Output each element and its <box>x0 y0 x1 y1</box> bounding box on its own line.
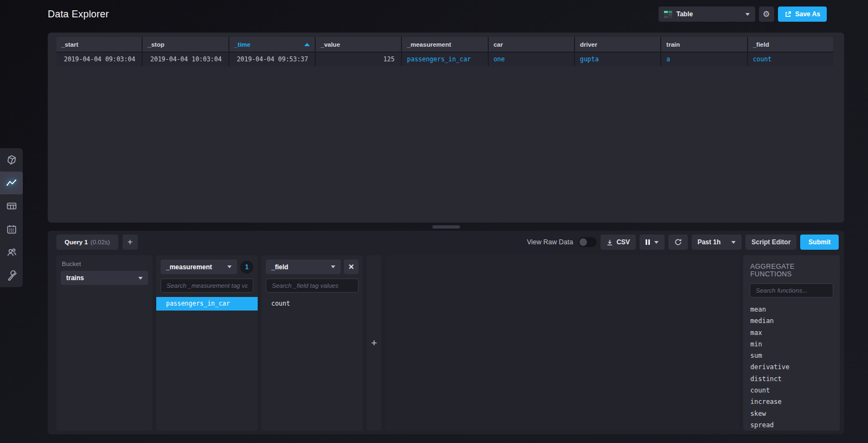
results-table: _start_stop_time_value_measurementcardri… <box>56 37 833 66</box>
function-list-item[interactable]: derivative <box>750 362 833 373</box>
aggregate-functions-title: AGGREGATE FUNCTIONS <box>750 263 833 278</box>
query-tab-duration: (0.02s) <box>91 239 110 245</box>
function-list-item[interactable]: min <box>750 339 833 350</box>
add-tag-card-button[interactable]: + <box>367 255 381 431</box>
sidebar-item-configuration[interactable] <box>0 264 23 287</box>
add-query-button[interactable]: + <box>123 235 138 250</box>
influxdb-cube-icon <box>6 154 17 166</box>
visualization-type-value: Table <box>676 10 693 18</box>
column-header-stop[interactable]: _stop <box>143 37 228 52</box>
sidebar-item-influxdb-logo[interactable] <box>0 148 23 172</box>
query-controls: View Raw Data CSV Past 1h <box>527 235 839 250</box>
function-list-item[interactable]: increase <box>750 396 833 408</box>
download-icon <box>607 239 613 246</box>
function-list-item[interactable]: skew <box>750 408 833 420</box>
sidebar-item-tasks[interactable] <box>0 218 23 241</box>
tag-value-item[interactable]: count <box>261 297 363 311</box>
people-icon <box>6 246 17 258</box>
nav-sidebar <box>0 148 23 287</box>
column-header-value[interactable]: _value <box>316 37 401 52</box>
table-cell: 2019-04-04 09:53:37 <box>229 53 315 66</box>
table-cell: passengers_in_car <box>402 53 487 66</box>
function-list-item[interactable]: median <box>750 315 833 327</box>
column-header-field[interactable]: _field <box>748 37 833 52</box>
table-cell: 2019-04-04 09:03:04 <box>56 53 142 66</box>
gear-icon: ⚙ <box>763 9 770 19</box>
submit-button[interactable]: Submit <box>800 235 839 250</box>
bucket-dropdown[interactable]: trains <box>61 271 148 285</box>
tag-selector-card-measurement: _measurement 1 passengers_in_car <box>156 255 258 431</box>
visualization-type-dropdown[interactable]: Table <box>659 7 755 22</box>
sidebar-item-organizations[interactable] <box>0 241 23 264</box>
function-list-item[interactable]: distinct <box>750 374 833 385</box>
functions-search-input[interactable] <box>750 283 833 298</box>
query-panel: Query 1 (0.02s) + View Raw Data CSV <box>48 231 844 434</box>
view-raw-data-label: View Raw Data <box>527 238 573 246</box>
time-range-value: Past 1h <box>698 238 721 246</box>
tag-key-value: _measurement <box>166 263 212 271</box>
wrench-icon <box>6 270 17 281</box>
table-cell: one <box>489 53 574 66</box>
query-tab[interactable]: Query 1 (0.02s) <box>56 235 118 250</box>
table-cell: gupta <box>575 53 660 66</box>
bucket-value: trains <box>66 274 84 282</box>
sidebar-item-dashboards[interactable] <box>0 194 23 218</box>
table-cell: count <box>748 53 833 66</box>
refresh-button[interactable] <box>668 235 688 250</box>
query-tab-name: Query 1 <box>65 239 88 245</box>
column-header-measurement[interactable]: _measurement <box>402 37 487 52</box>
page-title: Data Explorer <box>48 9 109 20</box>
function-list-item[interactable]: sum <box>750 350 833 362</box>
settings-gear-button[interactable]: ⚙ <box>759 7 774 22</box>
view-raw-data-toggle[interactable] <box>578 237 597 247</box>
graph-line-icon <box>5 177 17 189</box>
sidebar-item-data-explorer[interactable] <box>0 172 23 195</box>
chevron-down-icon <box>138 277 143 280</box>
export-icon <box>784 11 792 18</box>
column-header-car[interactable]: car <box>489 37 574 52</box>
pause-refresh-dropdown-button[interactable] <box>640 235 665 250</box>
chevron-down-icon <box>227 265 232 268</box>
results-panel: _start_stop_time_value_measurementcardri… <box>48 33 844 223</box>
pause-icon <box>646 239 650 245</box>
function-list-item[interactable]: mean <box>750 304 833 315</box>
tag-key-dropdown-measurement[interactable]: _measurement <box>161 260 237 274</box>
save-as-label: Save As <box>795 10 820 18</box>
chevron-down-icon <box>331 265 335 268</box>
bucket-label: Bucket <box>62 261 148 267</box>
table-cell: 2019-04-04 10:03:04 <box>143 53 228 66</box>
refresh-icon <box>674 238 682 246</box>
tag-key-value: _field <box>271 263 288 271</box>
aggregate-functions-card: AGGREGATE FUNCTIONS mean median max min … <box>743 255 840 431</box>
function-list-item[interactable]: spread <box>750 420 833 431</box>
measurement-search-input[interactable] <box>161 279 253 293</box>
tag-value-item[interactable]: passengers_in_car <box>156 297 258 311</box>
panel-resize-handle[interactable] <box>432 225 460 229</box>
column-header-time[interactable]: _time <box>229 37 315 52</box>
function-list: mean median max min sum derivative disti… <box>750 304 833 431</box>
function-list-item[interactable]: max <box>750 327 833 339</box>
builder-empty-area <box>385 255 739 431</box>
header-controls: Table ⚙ Save As <box>659 7 827 22</box>
download-csv-button[interactable]: CSV <box>601 235 636 250</box>
query-builder: Bucket trains _measurement 1 passengers_… <box>56 255 840 431</box>
sort-ascending-icon <box>304 43 310 46</box>
tag-key-dropdown-field[interactable]: _field <box>266 260 341 274</box>
column-header-driver[interactable]: driver <box>575 37 660 52</box>
chevron-down-icon <box>654 241 659 244</box>
field-search-input[interactable] <box>266 279 359 293</box>
column-header-train[interactable]: train <box>661 37 746 52</box>
table-cell: a <box>661 53 746 66</box>
chevron-down-icon <box>731 241 736 244</box>
bucket-selector-card: Bucket trains <box>56 255 152 431</box>
csv-label: CSV <box>616 238 630 246</box>
function-list-item[interactable]: count <box>750 385 833 396</box>
measurement-value-list: passengers_in_car <box>156 297 258 311</box>
save-as-button[interactable]: Save As <box>778 7 827 22</box>
tag-card-header: _field ✕ <box>266 260 359 274</box>
time-range-dropdown[interactable]: Past 1h <box>692 235 742 250</box>
column-header-start[interactable]: _start <box>56 37 142 52</box>
field-value-list: count <box>261 297 363 311</box>
remove-tag-card-button[interactable]: ✕ <box>344 260 359 274</box>
script-editor-button[interactable]: Script Editor <box>745 235 796 250</box>
